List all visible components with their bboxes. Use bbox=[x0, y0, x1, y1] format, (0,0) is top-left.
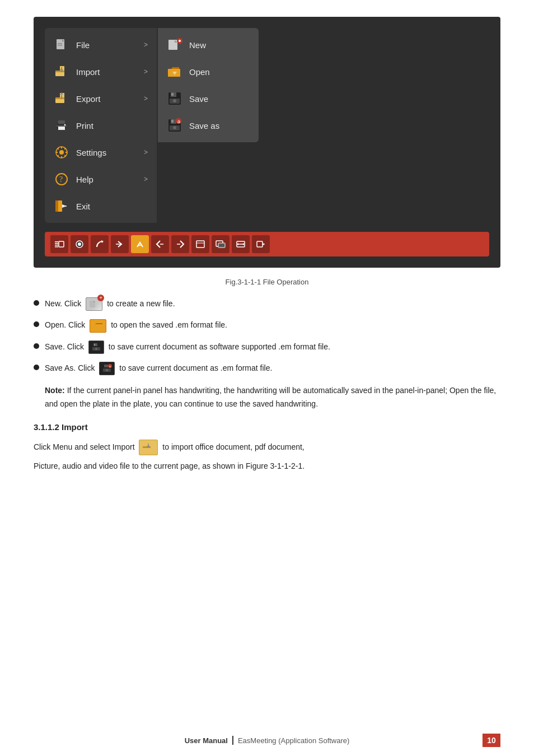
file-icon bbox=[54, 37, 69, 53]
settings-arrow: > bbox=[144, 148, 148, 156]
print-icon bbox=[54, 118, 69, 133]
bullet-open: Open. Click to open the saved .em format… bbox=[34, 319, 500, 332]
menu-item-print-label: Print bbox=[76, 121, 93, 130]
menu-item-file-label: File bbox=[76, 40, 90, 50]
submenu-item-save-as[interactable]: a Save as bbox=[158, 112, 259, 139]
menu-item-export[interactable]: Export > bbox=[45, 85, 157, 112]
toolbar-btn-6[interactable] bbox=[151, 235, 169, 253]
svg-point-18 bbox=[64, 124, 66, 126]
menu-item-file[interactable]: File > bbox=[45, 31, 157, 58]
svg-rect-5 bbox=[55, 71, 64, 72]
menu-panel-left: File > Import > bbox=[45, 28, 157, 223]
save-icon bbox=[167, 91, 182, 106]
toolbar-btn-2[interactable] bbox=[71, 235, 88, 253]
svg-text:a: a bbox=[109, 365, 111, 368]
svg-point-19 bbox=[59, 150, 64, 155]
svg-rect-47 bbox=[55, 243, 58, 244]
note-text: If the current panel-in panel has handwr… bbox=[45, 386, 496, 408]
import-arrow: > bbox=[144, 68, 148, 76]
menu-item-export-label: Export bbox=[76, 94, 100, 104]
bullet-save-as: Save As. Click a to save current documen… bbox=[34, 362, 500, 375]
import-para-2: Picture, audio and video file to the cur… bbox=[34, 460, 500, 473]
toolbar-btn-4[interactable] bbox=[111, 235, 129, 253]
toolbar-btn-5[interactable] bbox=[131, 235, 149, 253]
import-icon bbox=[54, 64, 69, 80]
menu-panel-right: New Open bbox=[158, 28, 259, 142]
svg-marker-53 bbox=[101, 240, 104, 243]
submenu-item-open[interactable]: Open bbox=[158, 58, 259, 85]
export-arrow: > bbox=[144, 95, 148, 102]
bullet-save-text: Save. Click to save current document as … bbox=[45, 340, 330, 354]
svg-rect-50 bbox=[59, 241, 64, 247]
export-icon bbox=[54, 91, 69, 106]
svg-rect-59 bbox=[218, 243, 225, 248]
bullet-dot-new bbox=[34, 300, 39, 306]
svg-rect-56 bbox=[196, 241, 204, 248]
page: File > Import > bbox=[0, 0, 534, 756]
section-heading: 3.1.1.2 Import bbox=[34, 422, 500, 432]
svg-rect-24 bbox=[55, 200, 58, 212]
help-icon: ? bbox=[54, 171, 69, 187]
svg-rect-49 bbox=[55, 246, 58, 248]
svg-rect-2 bbox=[58, 43, 62, 44]
toolbar-btn-7[interactable] bbox=[171, 235, 189, 253]
menu-item-import-label: Import bbox=[76, 67, 100, 77]
svg-rect-48 bbox=[55, 245, 58, 246]
toolbar-btn-1[interactable] bbox=[50, 235, 68, 253]
menu-item-exit[interactable]: Exit bbox=[45, 193, 157, 220]
toolbar-btn-10[interactable] bbox=[232, 235, 250, 253]
toolbar-btn-9[interactable] bbox=[212, 235, 229, 253]
footer: User Manual EasMeeting (Application Soft… bbox=[0, 736, 534, 745]
footer-page: 10 bbox=[483, 734, 500, 747]
footer-app: EasMeeting (Application Software) bbox=[238, 736, 349, 745]
settings-icon bbox=[54, 144, 69, 160]
help-arrow: > bbox=[144, 175, 148, 183]
toolbar-area bbox=[45, 232, 489, 256]
svg-rect-76 bbox=[104, 365, 108, 367]
new-icon bbox=[167, 37, 182, 53]
fig-caption: Fig.3-1-1-1 File Operation bbox=[34, 278, 500, 286]
import-para: Click Menu and select Import to import o… bbox=[34, 440, 500, 455]
svg-text:?: ? bbox=[59, 175, 63, 184]
svg-point-38 bbox=[173, 99, 176, 102]
bullet-new-text: New. Click to create a new file. bbox=[45, 297, 175, 311]
menu-container: File > Import > bbox=[45, 28, 259, 223]
menu-item-print[interactable]: Print bbox=[45, 112, 157, 139]
svg-point-52 bbox=[78, 242, 81, 246]
svg-rect-10 bbox=[55, 97, 64, 99]
submenu-item-new[interactable]: New bbox=[158, 31, 259, 58]
bullet-save-as-text: Save As. Click a to save current documen… bbox=[45, 362, 272, 375]
note-label: Note: bbox=[45, 386, 65, 395]
svg-rect-3 bbox=[58, 45, 62, 46]
footer-manual: User Manual bbox=[185, 736, 228, 745]
save-as-icon-inline: a bbox=[99, 362, 115, 375]
note-block: Note: If the current panel-in panel has … bbox=[34, 384, 500, 411]
submenu-item-save-as-label: Save as bbox=[189, 121, 219, 130]
svg-rect-72 bbox=[94, 344, 95, 346]
menu-item-settings[interactable]: Settings > bbox=[45, 139, 157, 166]
toolbar-btn-11[interactable] bbox=[252, 235, 270, 253]
svg-rect-46 bbox=[55, 241, 58, 242]
menu-item-help[interactable]: ? Help > bbox=[45, 166, 157, 193]
svg-text:a: a bbox=[177, 119, 180, 124]
menu-item-exit-label: Exit bbox=[76, 202, 90, 211]
menu-item-help-label: Help bbox=[76, 175, 93, 184]
submenu-item-save-label: Save bbox=[189, 94, 208, 104]
menu-item-import[interactable]: Import > bbox=[45, 58, 157, 85]
bullet-dot-open bbox=[34, 321, 39, 327]
exit-icon bbox=[54, 198, 69, 214]
submenu-item-save[interactable]: Save bbox=[158, 85, 259, 112]
save-as-icon: a bbox=[167, 118, 182, 133]
toolbar-btn-8[interactable] bbox=[191, 235, 209, 253]
open-icon bbox=[167, 64, 182, 80]
svg-rect-69 bbox=[93, 324, 103, 330]
svg-rect-15 bbox=[58, 120, 65, 124]
new-icon-inline bbox=[86, 297, 102, 311]
toolbar-btn-3[interactable] bbox=[91, 235, 109, 253]
file-arrow: > bbox=[144, 41, 148, 49]
bullet-dot-save bbox=[34, 343, 39, 349]
submenu-item-open-label: Open bbox=[189, 67, 210, 77]
footer-separator bbox=[232, 736, 233, 745]
svg-rect-16 bbox=[58, 127, 65, 130]
screenshot-area: File > Import > bbox=[34, 17, 500, 268]
